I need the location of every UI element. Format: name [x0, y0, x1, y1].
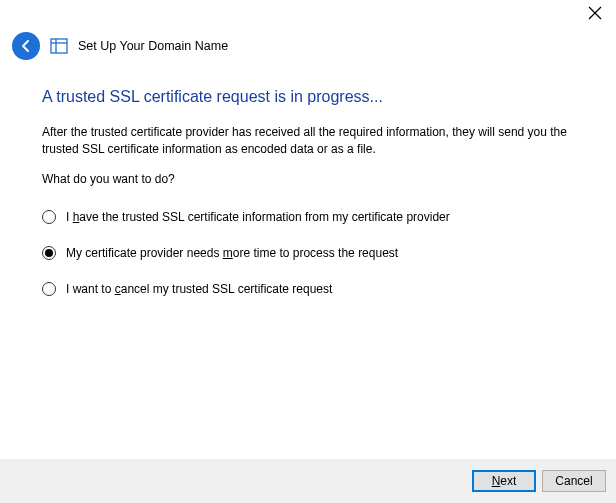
- option-label: My certificate provider needs more time …: [66, 246, 398, 260]
- option-label: I want to cancel my trusted SSL certific…: [66, 282, 332, 296]
- wizard-footer: Next Cancel: [0, 459, 616, 503]
- prompt-text: What do you want to do?: [42, 172, 596, 186]
- option-more-time[interactable]: My certificate provider needs more time …: [42, 246, 596, 260]
- radio-icon: [42, 246, 56, 260]
- cancel-button[interactable]: Cancel: [542, 470, 606, 492]
- close-button[interactable]: [588, 6, 602, 20]
- description-text: After the trusted certificate provider h…: [42, 124, 596, 158]
- option-label: I have the trusted SSL certificate infor…: [66, 210, 450, 224]
- option-cancel-request[interactable]: I want to cancel my trusted SSL certific…: [42, 282, 596, 296]
- wizard-header: Set Up Your Domain Name: [12, 32, 604, 60]
- next-button[interactable]: Next: [472, 470, 536, 492]
- radio-icon: [42, 282, 56, 296]
- back-button[interactable]: [12, 32, 40, 60]
- wizard-title: Set Up Your Domain Name: [78, 39, 228, 53]
- page-heading: A trusted SSL certificate request is in …: [42, 88, 596, 106]
- svg-rect-2: [51, 39, 67, 53]
- option-have-certificate[interactable]: I have the trusted SSL certificate infor…: [42, 210, 596, 224]
- wizard-content: A trusted SSL certificate request is in …: [40, 88, 596, 318]
- radio-icon: [42, 210, 56, 224]
- domain-icon: [50, 37, 68, 55]
